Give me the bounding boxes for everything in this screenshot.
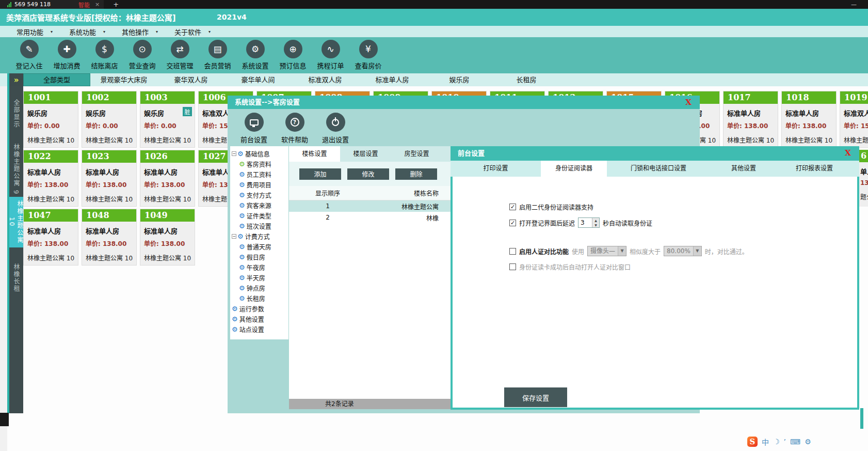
- toolbar-button[interactable]: ∿ 携程订单: [312, 37, 349, 73]
- settings-tab[interactable]: 房型设置: [391, 146, 442, 162]
- sidebar-building-item[interactable]: 林橡长租: [9, 256, 23, 300]
- tree-item[interactable]: ⚙ 钟点房: [230, 283, 288, 293]
- toolbar-button[interactable]: ⚙ 系统设置: [236, 37, 274, 73]
- tree-expander-icon[interactable]: [232, 151, 236, 156]
- room-card[interactable]: 1001 娱乐房 单价: 0.00 林橡主题公寓 10: [23, 91, 78, 148]
- room-card[interactable]: 1022 标准单人房 单价: 138.00 林橡主题公寓 10: [23, 150, 78, 207]
- front-settings-tab[interactable]: 门锁和电话接口设置: [607, 161, 710, 177]
- tree-item[interactable]: ⚙ 半天房: [230, 272, 288, 283]
- room-type-tab[interactable]: 景观豪华大床房: [90, 73, 157, 86]
- room-card[interactable]: 1018 标准单人房 单价: 138.00 林橡主题公寓 10: [781, 91, 837, 148]
- action-button[interactable]: 修改: [347, 168, 389, 180]
- tree-item[interactable]: ⚙ 长租房: [230, 293, 288, 303]
- toolbar-button[interactable]: ¥ 查看房价: [349, 37, 387, 73]
- ime-tray-icon[interactable]: 中: [762, 437, 769, 447]
- checkbox-unchecked[interactable]: [509, 248, 516, 255]
- sidebar-building-item[interactable]: 全部显示: [9, 89, 23, 138]
- tree-item[interactable]: ⚙ 计费方式: [230, 231, 288, 241]
- menu-item[interactable]: 系统功能 ▾: [69, 27, 105, 37]
- room-type-tab[interactable]: 豪华双人房: [157, 73, 224, 86]
- close-icon[interactable]: X: [845, 148, 851, 158]
- room-card[interactable]: 1023 标准单人房 单价: 138.00 林橡主题公寓 10: [82, 150, 137, 207]
- tree-item[interactable]: ⚙ 普通天房: [230, 241, 288, 252]
- room-card[interactable]: 1048 标准单人房 单价: 138.00 林橡主题公寓 10: [82, 209, 137, 266]
- front-settings-tab[interactable]: 打印设置: [451, 161, 541, 177]
- tree-item[interactable]: ⚙ 其他设置: [230, 314, 288, 324]
- checkbox-checked[interactable]: ✓: [509, 204, 516, 210]
- tree-item[interactable]: ⚙ 费用项目: [230, 179, 288, 190]
- action-button[interactable]: 添加: [299, 168, 341, 180]
- partial-room-card[interactable]: 6 单人 138 题公: [859, 150, 868, 207]
- room-card[interactable]: 1049 标准单人房 单价: 138.00 林橡主题公寓 10: [140, 209, 195, 266]
- minimize-icon[interactable]: —: [851, 0, 857, 9]
- room-type-tab[interactable]: 标准单人房: [359, 73, 426, 86]
- browser-tab[interactable]: 569 549 118 智能 ×: [0, 0, 104, 9]
- checkbox-checked[interactable]: ✓: [509, 220, 516, 226]
- menu-item[interactable]: 其他操作 ▾: [122, 27, 158, 37]
- settings-tab[interactable]: 楼层设置: [340, 146, 391, 162]
- front-settings-tab[interactable]: 打印报表设置: [777, 161, 851, 177]
- spinner-arrows-icon[interactable]: ▲▼: [592, 218, 599, 227]
- tree-item[interactable]: ⚙ 午夜房: [230, 262, 288, 272]
- save-settings-button[interactable]: 保存设置: [504, 387, 567, 407]
- room-card[interactable]: 1003 娱乐房 单价: 0.00 林橡主题公寓 10 脏: [140, 91, 195, 148]
- toolbar-button[interactable]: ⇄ 交班管理: [161, 37, 199, 73]
- tree-item[interactable]: ⚙ 站点设置: [230, 324, 288, 334]
- similarity-dropdown[interactable]: 80.00% ▼: [664, 246, 702, 256]
- front-settings-button[interactable]: 前台设置: [235, 111, 272, 144]
- tree-item[interactable]: ⚙ 宾客来源: [230, 200, 288, 210]
- front-settings-tabs: 打印设置 身份证阅读器 门锁和电话接口设置 其他设置 打印报表设置: [451, 161, 859, 177]
- checkbox-unchecked[interactable]: [509, 263, 516, 270]
- sidebar-building-item[interactable]: 林橡主题公寓 10: [9, 197, 23, 247]
- tab-close-icon[interactable]: ×: [95, 1, 100, 8]
- toolbar-button[interactable]: ✎ 登记入住: [10, 37, 48, 73]
- close-icon[interactable]: X: [685, 98, 692, 107]
- exit-settings-button[interactable]: 退出设置: [317, 111, 354, 144]
- toolbar-button[interactable]: ⊕ 预订信息: [274, 37, 312, 73]
- sidebar-expander-button[interactable]: »: [9, 73, 23, 86]
- toolbar-button-label: 携程订单: [317, 60, 344, 70]
- ime-tray-icon[interactable]: ☽: [773, 438, 780, 446]
- room-type-tab[interactable]: 全部类型: [23, 73, 90, 86]
- menu-item[interactable]: 关于软件 ▾: [174, 27, 211, 37]
- tree-item[interactable]: ⚙ 假日房: [230, 252, 288, 262]
- settings-tab[interactable]: 楼栋设置: [289, 146, 340, 162]
- tree-item[interactable]: ⚙ 证件类型: [230, 210, 288, 221]
- ime-tray-icon[interactable]: ⌨: [790, 438, 800, 446]
- room-card[interactable]: 1019 标准双人房 单价: 158.00 林橡主题公寓 10: [840, 91, 868, 148]
- camera-dropdown[interactable]: 摄像头— ▼: [587, 246, 626, 256]
- room-card[interactable]: 1026 标准单人房 单价: 138.00 林橡主题公寓 10: [140, 150, 195, 207]
- tree-item[interactable]: ⚙ 基础信息: [230, 148, 288, 159]
- ime-tray-icon[interactable]: ’: [784, 438, 786, 446]
- sogou-logo-icon[interactable]: S: [747, 437, 758, 447]
- tree-item[interactable]: ⚙ 客房资料: [230, 159, 288, 169]
- room-card[interactable]: 1002 娱乐房 单价: 0.00 林橡主题公寓 10: [82, 91, 137, 148]
- front-settings-tab[interactable]: 身份证阅读器: [541, 161, 607, 177]
- toolbar-button[interactable]: ✚ 增加消费: [48, 37, 86, 73]
- tree-item[interactable]: ⚙ 班次设置: [230, 221, 288, 231]
- toolbar-button[interactable]: ▤ 会员营销: [199, 37, 236, 73]
- tree-item[interactable]: ⚙ 员工资料: [230, 169, 288, 179]
- toolbar-button[interactable]: ⊙ 营业查询: [123, 37, 161, 73]
- action-button[interactable]: 删除: [395, 168, 437, 180]
- software-help-button[interactable]: 软件帮助: [276, 111, 313, 144]
- tree-item[interactable]: ⚙ 支付方式: [230, 190, 288, 200]
- room-card[interactable]: 1017 标准单人房 单价: 138.00 林橡主题公寓 10: [723, 91, 778, 148]
- room-type-label: 标准单人房: [727, 108, 778, 118]
- room-type-tab[interactable]: 长租房: [493, 73, 560, 86]
- room-card[interactable]: 1047 标准单人房 单价: 138.00 林橡主题公寓 10: [23, 209, 78, 266]
- room-type-tab[interactable]: 标准双人房: [292, 73, 359, 86]
- front-settings-tab[interactable]: 其他设置: [710, 161, 777, 177]
- room-type-tab[interactable]: 豪华单人间: [224, 73, 292, 86]
- toolbar-button[interactable]: $ 结账离店: [86, 37, 123, 73]
- room-type-tab[interactable]: 娱乐房: [426, 73, 493, 86]
- ime-tray-icon[interactable]: ⚙: [805, 438, 811, 446]
- menu-item[interactable]: 常用功能 ▾: [17, 27, 53, 37]
- tree-item-label: 运行参数: [239, 304, 264, 313]
- tree-expander-icon[interactable]: [232, 234, 236, 239]
- menu-item-label: 常用功能: [17, 27, 43, 37]
- new-tab-button[interactable]: +: [113, 1, 119, 8]
- sidebar-building-item[interactable]: 林橡主题公寓 9: [9, 142, 23, 196]
- tree-item[interactable]: ⚙ 运行参数: [230, 303, 288, 314]
- delay-spinner[interactable]: 3 ▲▼: [578, 217, 600, 228]
